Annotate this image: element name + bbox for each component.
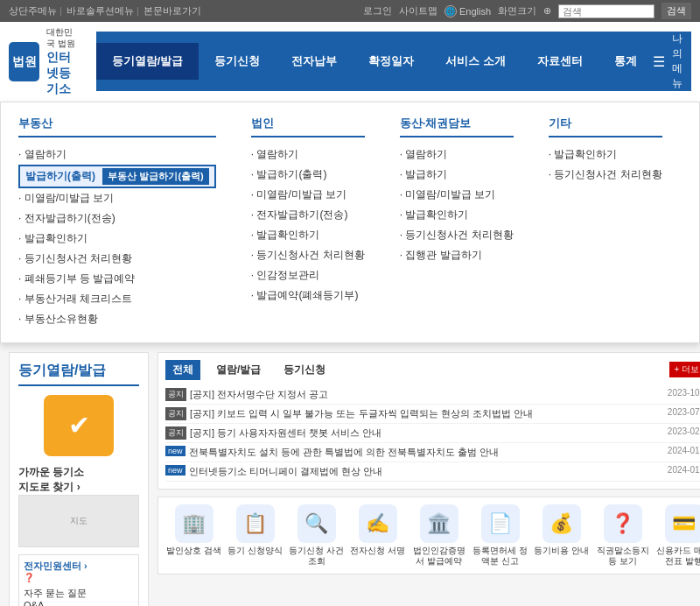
- dropdown-section-title-2: 동산·채권담보: [400, 116, 514, 137]
- dropdown-item-re-5[interactable]: · 등기신청사건 처리현황: [18, 249, 216, 269]
- dropdown-item-as-3[interactable]: · 발급확인하기: [400, 205, 514, 225]
- nav-item-4[interactable]: 서비스 소개: [430, 43, 522, 80]
- logo-icon: 법원: [9, 42, 39, 81]
- check-icon: ✔: [68, 410, 90, 440]
- qa-link[interactable]: 자주 묻는 질문Q&A: [24, 587, 134, 606]
- dropdown-item-co-2[interactable]: · 미열람/미발급 보기: [251, 185, 365, 205]
- civil-center-title[interactable]: 전자민원센터 ›: [24, 560, 134, 573]
- dropdown-item-ot-1[interactable]: · 등기신청사건 처리현황: [549, 165, 662, 185]
- login-btn[interactable]: 로그인: [363, 4, 392, 18]
- nav-item-2[interactable]: 전자납부: [276, 43, 353, 80]
- dropdown-item-ot-0[interactable]: · 발급확인하기: [549, 144, 662, 165]
- dropdown-item-as-2[interactable]: · 미열람/미발급 보기: [400, 185, 514, 205]
- quick-item-5[interactable]: 📄 등록면허세 정액분 신고: [472, 504, 528, 567]
- dropdown-item-re-4[interactable]: · 발급확인하기: [18, 229, 216, 249]
- logo-top: 대한민국 법원: [46, 26, 79, 49]
- sitemap-link[interactable]: 사이트맵: [399, 4, 438, 18]
- nav-item-1[interactable]: 등기신청: [199, 43, 276, 80]
- dropdown-item-re-6[interactable]: · 폐쇄등기부 등 발급예약: [18, 269, 216, 289]
- quick-icon-2: 🔍: [298, 504, 336, 543]
- dropdown-item-co-7[interactable]: · 발급예약(폐쇄등기부): [251, 285, 365, 306]
- logo[interactable]: 법원 대한민국 법원 인터넷등기소: [9, 26, 79, 97]
- quick-icon-8: 💳: [665, 504, 701, 543]
- news-item-3[interactable]: new 전북특별자치도 설치 등에 관한 특별법에 의한 전북특별자치도 출범 …: [165, 443, 700, 462]
- dropdown-item-re-7[interactable]: · 부동산거래 체크리스트: [18, 289, 216, 309]
- dropdown-section-title-3: 기타: [549, 116, 662, 137]
- dropdown-item-as-5[interactable]: · 집행관 발급하기: [400, 245, 514, 265]
- hamburger-icon[interactable]: ☰: [653, 53, 665, 70]
- dropdown-item-co-5[interactable]: · 등기신청사건 처리현황: [251, 245, 365, 265]
- news-item-1[interactable]: 공지 [공지] 키보드 입력 시 일부 불가능 또는 두글자씩 입력되는 현상의…: [165, 405, 700, 424]
- dropdown-item-as-1[interactable]: · 발급하기: [400, 165, 514, 185]
- dropdown-item-co-0[interactable]: · 열람하기: [251, 144, 365, 165]
- dropdown-item-co-1[interactable]: · 발급하기(출력): [251, 165, 365, 185]
- nav-bar: 등기열람/발급 등기신청 전자납부 확정일자 서비스 소개 자료센터 통계 ☰ …: [96, 32, 691, 91]
- nav-item-0[interactable]: 등기열람/발급: [96, 43, 200, 80]
- top-bar: 상단주메뉴 바로솔루션메뉴 본문바로가기 로그인 사이트맵 🌐 English …: [0, 0, 700, 22]
- dropdown-menu: 부동산 · 열람하기 발급하기(출력) 부동산 발급하기(출력) · 미열람/미…: [0, 102, 700, 343]
- screen-size-icon: ⊕: [543, 5, 551, 17]
- news-tab-0[interactable]: 전체: [165, 360, 200, 380]
- dropdown-list-2: · 열람하기 · 발급하기 · 미열람/미발급 보기 · 발급확인하기 · 등기…: [400, 144, 514, 265]
- top-link-1[interactable]: 상단주메뉴: [9, 4, 62, 18]
- main-nav: 등기열람/발급 등기신청 전자납부 확정일자 서비스 소개 자료센터 통계 ☰ …: [96, 32, 691, 91]
- quick-item-4[interactable]: 🏛️ 법인인감증명서 발급예약: [410, 504, 467, 567]
- news-badge-3: new: [165, 446, 186, 456]
- quick-item-0[interactable]: 🏢 발인상호 검색: [165, 504, 222, 567]
- top-link-2[interactable]: 바로솔루션메뉴: [66, 4, 139, 18]
- search-button[interactable]: 검색: [662, 3, 691, 19]
- news-item-2[interactable]: 공지 [공지] 등기 사용자자원센터 챗봇 서비스 안내 2023-02-02: [165, 424, 700, 443]
- civil-center: 전자민원센터 › ❓ 자주 묻는 질문Q&A: [18, 554, 139, 606]
- quick-item-6[interactable]: 💰 등기비용 안내: [533, 504, 590, 567]
- dropdown-item-co-4[interactable]: · 발급확인하기: [251, 225, 365, 245]
- language-selector[interactable]: 🌐 English: [444, 5, 491, 18]
- dropdown-item-co-6[interactable]: · 인감정보관리: [251, 265, 365, 285]
- news-tab-2[interactable]: 등기신청: [276, 360, 332, 380]
- nav-item-3[interactable]: 확정일자: [353, 43, 430, 80]
- my-menu[interactable]: 나의메뉴: [672, 32, 682, 91]
- dropdown-section-title-0: 부동산: [18, 116, 216, 137]
- quick-label-1: 등기 신청양식: [228, 546, 283, 556]
- dropdown-item-re-1[interactable]: 발급하기(출력) 부동산 발급하기(출력): [18, 165, 216, 188]
- quick-label-5: 등록면허세 정액분 신고: [472, 546, 528, 567]
- cert-icon: ✔: [18, 395, 139, 456]
- logo-bottom: 인터넷등기소: [46, 49, 79, 97]
- top-link-3[interactable]: 본문바로가기: [144, 4, 201, 18]
- dropdown-list-3: · 발급확인하기 · 등기신청사건 처리현황: [549, 144, 662, 185]
- news-tab-1[interactable]: 열람/발급: [209, 360, 268, 380]
- quick-item-8[interactable]: 💳 신용카드 매출전표 발행: [655, 504, 700, 567]
- news-date-4: 2024-01-17: [668, 465, 700, 475]
- dropdown-item-co-3[interactable]: · 전자발급하기(전송): [251, 205, 365, 225]
- screen-size[interactable]: 화면크기: [498, 4, 536, 18]
- nav-item-5[interactable]: 자료센터: [522, 43, 598, 80]
- quick-item-2[interactable]: 🔍 등기신청 사건조회: [288, 504, 345, 567]
- news-text-2: [공지] 등기 사용자자원센터 챗봇 서비스 안내: [190, 426, 663, 440]
- near-office-title[interactable]: 가까운 등기소지도로 찾기 ›: [18, 465, 139, 495]
- quick-item-7[interactable]: ❓ 직권말소등지등 보기: [594, 504, 651, 567]
- quick-icon-1: 📋: [236, 504, 275, 543]
- news-item-0[interactable]: 공지 [공지] 전자서명수단 지정서 공고 2023-10-30: [165, 385, 700, 405]
- main-content: 등기열람/발급 ✔ 가까운 등기소지도로 찾기 › 지도 전자민원센터 › ❓ …: [0, 343, 700, 606]
- news-item-4[interactable]: new 인터넷등기소 티머니페이 결제법에 현상 안내 2024-01-17: [165, 462, 700, 482]
- middle-panel: 전체 열람/발급 등기신청 + 더보기 공지 [공지] 전자서명수단 지정서 공…: [158, 352, 700, 606]
- dropdown-item-re-8[interactable]: · 부동산소유현황: [18, 309, 216, 329]
- quick-icon-5: 📄: [481, 504, 520, 543]
- dropdown-item-re-3[interactable]: · 전자발급하기(전송): [18, 208, 216, 229]
- quick-item-3[interactable]: ✍️ 전자신청 서명: [349, 504, 406, 567]
- quick-icon-6: 💰: [542, 504, 581, 543]
- dropdown-item-as-0[interactable]: · 열람하기: [400, 144, 514, 165]
- news-date-1: 2023-07-21: [668, 407, 700, 417]
- search-input[interactable]: [563, 6, 650, 17]
- language-label: English: [459, 6, 491, 17]
- quick-item-1[interactable]: 📋 등기 신청양식: [227, 504, 284, 567]
- dot-icon: ·: [18, 148, 24, 160]
- dropdown-item-re-2[interactable]: · 미열람/미발급 보기: [18, 188, 216, 208]
- header: 법원 대한민국 법원 인터넷등기소 등기열람/발급 등기신청 전자납부 확정일자…: [0, 22, 700, 102]
- dropdown-section-other: 기타 · 발급확인하기 · 등기신청사건 처리현황: [549, 116, 662, 329]
- nav-item-6[interactable]: 통계: [598, 43, 653, 80]
- near-office[interactable]: 가까운 등기소지도로 찾기 › 지도: [18, 465, 139, 547]
- dropdown-item-as-4[interactable]: · 등기신청사건 처리현황: [400, 225, 514, 245]
- dropdown-item-re-0[interactable]: · 열람하기: [18, 144, 216, 165]
- more-button[interactable]: + 더보기: [669, 362, 700, 377]
- nav-right: ☰ 나의메뉴: [653, 32, 691, 91]
